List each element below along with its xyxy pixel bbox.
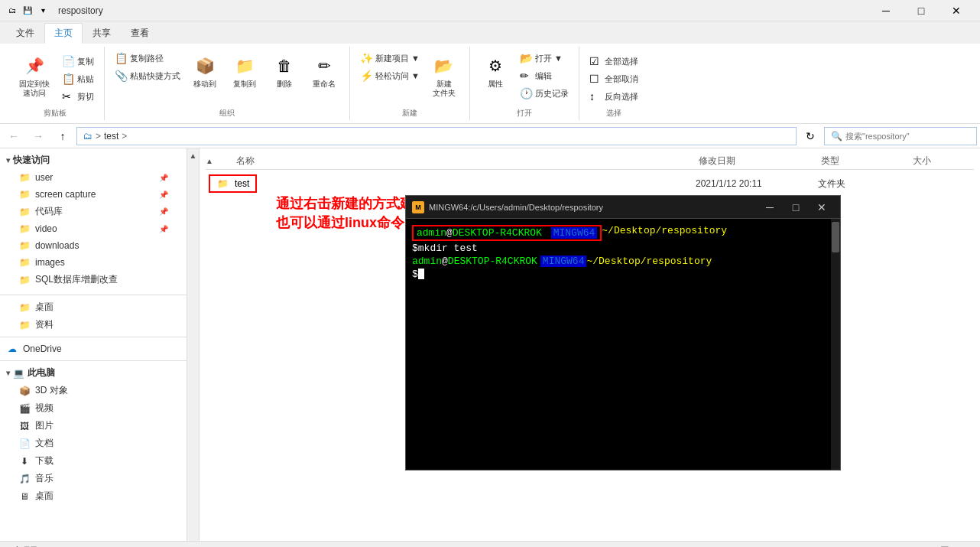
address-bar: ← → ↑ 🗂 > test > ↻ 🔍: [0, 124, 980, 148]
new-folder-button[interactable]: 📂 新建文件夹: [425, 50, 463, 102]
sidebar-item-desktop2[interactable]: 🖥 桌面: [0, 487, 187, 505]
folder-icon: 📁: [18, 171, 31, 184]
back-button[interactable]: ←: [3, 127, 24, 145]
sidebar-item-downloads[interactable]: 📁 downloads: [0, 237, 187, 254]
path-respository[interactable]: test: [104, 131, 118, 142]
scrollbar-thumb: [832, 222, 839, 252]
col-date[interactable]: 修改日期: [699, 155, 821, 168]
sidebar-item-user[interactable]: 📁 user 📌: [0, 169, 187, 186]
col-size[interactable]: 大小: [913, 155, 974, 168]
thispc-icon: 💻: [13, 368, 24, 379]
up-button[interactable]: ↑: [52, 127, 73, 145]
deselect-all-button[interactable]: ☐ 全部取消: [586, 70, 642, 87]
sidebar-item-codelib-label: 代码库: [35, 205, 63, 218]
file-item-name: 📁 test: [209, 174, 696, 193]
new-btns: ✨ 新建项目 ▼ ⚡ 轻松访问 ▼ 📂 新建文件夹: [356, 47, 463, 105]
onedrive-icon: ☁: [6, 343, 18, 355]
close-button[interactable]: ✕: [939, 0, 974, 21]
paste-button[interactable]: 📋 粘贴: [58, 70, 98, 87]
sidebar-item-screencapture[interactable]: 📁 screen capture 📌: [0, 186, 187, 203]
file-item-date: 2021/1/12 20:11: [696, 178, 818, 189]
minimize-button[interactable]: ─: [868, 0, 904, 21]
sidebar-item-material[interactable]: 📁 资料: [0, 316, 187, 334]
sidebar-item-3d[interactable]: 📦 3D 对象: [0, 382, 187, 399]
sidebar-item-onedrive[interactable]: ☁ OneDrive: [0, 340, 187, 357]
tab-view[interactable]: 查看: [121, 23, 159, 44]
copy-to-button[interactable]: 📁 复制到: [226, 50, 264, 93]
folder-icon: 📁: [18, 206, 31, 218]
view-list-button[interactable]: ☰: [937, 543, 952, 548]
search-box[interactable]: 🔍: [824, 127, 977, 145]
terminal-maximize[interactable]: □: [784, 198, 808, 217]
properties-button[interactable]: ⚙ 属性: [476, 50, 514, 93]
terminal-scrollbar[interactable]: [831, 219, 840, 470]
search-input[interactable]: [845, 132, 970, 141]
paste-shortcut-button[interactable]: 📎 粘贴快捷方式: [111, 67, 184, 84]
forward-button[interactable]: →: [28, 127, 49, 145]
term-cmd-prompt2: $: [412, 269, 418, 280]
newfolder-icon: 📂: [432, 54, 456, 78]
terminal-minimize[interactable]: ─: [758, 198, 782, 217]
copypath-icon: 📋: [115, 52, 127, 64]
tab-file[interactable]: 文件: [6, 23, 44, 44]
pin-quick-access-button[interactable]: 📌 固定到快速访问: [12, 50, 57, 102]
copy-button[interactable]: 📄 复制: [58, 53, 98, 70]
pictures-icon: 🖼: [18, 420, 31, 432]
cut-button[interactable]: ✂ 剪切: [58, 88, 98, 105]
col-name[interactable]: 名称: [213, 155, 699, 168]
history-button[interactable]: 🕐 历史记录: [516, 85, 573, 102]
terminal-close[interactable]: ✕: [810, 198, 834, 217]
sidebar-item-music[interactable]: 🎵 音乐: [0, 470, 187, 487]
view-grid-button[interactable]: ⊞: [959, 543, 974, 548]
ribbon-group-open: ⚙ 属性 📂 打开 ▼ ✏ 编辑 🕐 历史记录 打开: [470, 47, 579, 120]
properties-label: 属性: [488, 80, 503, 89]
tab-share[interactable]: 共享: [83, 23, 121, 44]
maximize-button[interactable]: □: [904, 0, 939, 21]
rename-icon: ✏: [312, 54, 336, 78]
folder-icon: 📁: [18, 256, 31, 269]
sidebar-item-docs[interactable]: 📄 文档: [0, 435, 187, 452]
sidebar-item-videos[interactable]: 🎬 视频: [0, 399, 187, 417]
edit-button[interactable]: ✏ 编辑: [516, 67, 573, 84]
term-at1: @: [446, 227, 453, 239]
thispc-header[interactable]: ▾ 💻 此电脑: [0, 364, 187, 382]
term-host2: DESKTOP-R4CKROK: [448, 256, 537, 267]
sidebar-item-pictures[interactable]: 🖼 图片: [0, 417, 187, 435]
sidebar-quick-access: ▾ 快速访问 📁 user 📌 📁 screen capture 📌 📁 代码库…: [0, 148, 187, 291]
sidebar-item-codelib[interactable]: 📁 代码库 📌: [0, 203, 187, 220]
title-bar-title: respository: [58, 5, 103, 16]
easy-access-button[interactable]: ⚡ 轻松访问 ▼: [356, 67, 423, 84]
title-bar: 🗂 💾 ▾ respository ─ □ ✕: [0, 0, 980, 21]
sidebar-item-desktop[interactable]: 📁 桌面: [0, 298, 187, 316]
sidebar-item-images[interactable]: 📁 images: [0, 254, 187, 271]
invert-select-button[interactable]: ↕ 反向选择: [586, 88, 642, 105]
file-item-test[interactable]: 📁 test 2021/1/12 20:11 文件夹: [206, 173, 974, 194]
term-at2: @: [442, 256, 448, 267]
sidebar-item-video[interactable]: 📁 video 📌: [0, 220, 187, 237]
folder-icon: 📁: [18, 274, 31, 286]
col-type[interactable]: 类型: [821, 155, 913, 168]
quick-access-label: 快速访问: [13, 154, 50, 167]
new-item-button[interactable]: ✨ 新建项目 ▼: [356, 50, 423, 67]
move-to-button[interactable]: 📦 移动到: [186, 50, 224, 93]
col-expand: ▲: [206, 155, 213, 168]
copy-path-button[interactable]: 📋 复制路径: [111, 50, 184, 67]
terminal-body[interactable]: admin@DESKTOP-R4CKROK MINGW64 ~/Desktop/…: [406, 219, 831, 470]
sidebar-item-sql[interactable]: 📁 SQL数据库增删改查: [0, 271, 187, 288]
rename-button[interactable]: ✏ 重命名: [305, 50, 343, 93]
delete-button[interactable]: 🗑 删除: [265, 50, 303, 93]
sidebar-collapse[interactable]: ▲: [187, 148, 200, 541]
address-path[interactable]: 🗂 > test >: [76, 127, 797, 145]
sidebar-item-dl[interactable]: ⬇ 下载: [0, 452, 187, 470]
video-icon: 🎬: [18, 402, 31, 415]
tab-home[interactable]: 主页: [44, 23, 83, 44]
3d-icon: 📦: [18, 385, 31, 397]
open-sub-col: 📂 打开 ▼ ✏ 编辑 🕐 历史记录: [516, 50, 573, 102]
refresh-button[interactable]: ↻: [800, 127, 821, 145]
open-button[interactable]: 📂 打开 ▼: [516, 50, 573, 67]
easyaccess-icon: ⚡: [360, 70, 372, 82]
quick-access-header[interactable]: ▾ 快速访问: [0, 151, 187, 169]
pin-indicator: 📌: [159, 207, 168, 216]
select-all-button[interactable]: ☑ 全部选择: [586, 53, 642, 70]
terminal-content-area: admin@DESKTOP-R4CKROK MINGW64 ~/Desktop/…: [406, 219, 840, 470]
